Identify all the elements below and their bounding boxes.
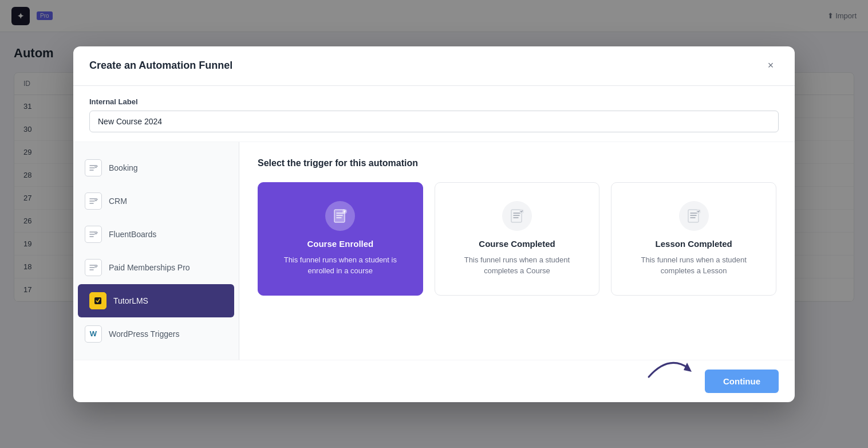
course-completed-icon bbox=[502, 201, 532, 231]
sidebar-item-booking[interactable]: Booking bbox=[73, 151, 239, 184]
sidebar-label-wordpress: WordPress Triggers bbox=[109, 329, 179, 339]
fluentboards-icon bbox=[85, 226, 102, 243]
trigger-sidebar: Booking CRM bbox=[73, 142, 239, 360]
sidebar-item-tutorlms[interactable]: TutorLMS bbox=[78, 284, 234, 317]
sidebar-label-fluentboards: FluentBoards bbox=[109, 230, 156, 239]
trigger-heading: Select the trigger for this automation bbox=[258, 158, 776, 168]
lesson-completed-title: Lesson Completed bbox=[656, 239, 732, 249]
trigger-card-course-enrolled[interactable]: Course Enrolled This funnel runs when a … bbox=[258, 182, 423, 296]
course-completed-desc: This funnel runs when a student complete… bbox=[449, 254, 586, 277]
sidebar-item-wordpress[interactable]: W WordPress Triggers bbox=[73, 317, 239, 351]
trigger-selection-area: Select the trigger for this automation bbox=[239, 142, 795, 360]
sidebar-item-fluentboards[interactable]: FluentBoards bbox=[73, 218, 239, 251]
sidebar-label-paid-memberships: Paid Memberships Pro bbox=[109, 263, 190, 272]
tutorlms-icon bbox=[89, 292, 106, 309]
internal-label-section: Internal Label bbox=[73, 86, 795, 142]
modal-title: Create an Automation Funnel bbox=[89, 60, 232, 72]
sidebar-item-paid-memberships[interactable]: Paid Memberships Pro bbox=[73, 251, 239, 284]
internal-label-text: Internal Label bbox=[89, 97, 779, 106]
course-enrolled-desc: This funnel runs when a student is enrol… bbox=[272, 254, 409, 277]
lesson-completed-icon bbox=[679, 201, 709, 231]
lesson-completed-desc: This funnel runs when a student complete… bbox=[625, 254, 762, 277]
trigger-card-lesson-completed[interactable]: Lesson Completed This funnel runs when a… bbox=[611, 182, 776, 296]
wordpress-icon: W bbox=[85, 325, 102, 343]
course-enrolled-icon bbox=[325, 201, 355, 231]
modal-body: Booking CRM bbox=[73, 142, 795, 360]
course-completed-title: Course Completed bbox=[479, 239, 555, 249]
close-button[interactable]: × bbox=[763, 58, 779, 74]
svg-rect-0 bbox=[94, 297, 101, 304]
modal-header: Create an Automation Funnel × bbox=[73, 46, 795, 86]
crm-icon bbox=[85, 192, 102, 210]
trigger-card-course-completed[interactable]: Course Completed This funnel runs when a… bbox=[435, 182, 600, 296]
course-enrolled-title: Course Enrolled bbox=[307, 239, 373, 249]
sidebar-label-crm: CRM bbox=[109, 197, 127, 206]
modal-overlay: Create an Automation Funnel × Internal L… bbox=[0, 0, 868, 448]
svg-marker-7 bbox=[684, 363, 692, 372]
modal-footer: Continue bbox=[73, 360, 795, 402]
continue-button[interactable]: Continue bbox=[705, 370, 779, 393]
booking-icon bbox=[85, 159, 102, 176]
internal-label-input[interactable] bbox=[89, 111, 779, 132]
sidebar-item-crm[interactable]: CRM bbox=[73, 184, 239, 218]
trigger-cards-container: Course Enrolled This funnel runs when a … bbox=[258, 182, 776, 296]
paid-memberships-icon bbox=[85, 259, 102, 276]
sidebar-label-tutorlms: TutorLMS bbox=[113, 296, 148, 305]
arrow-decoration bbox=[646, 351, 697, 385]
create-automation-modal: Create an Automation Funnel × Internal L… bbox=[73, 46, 795, 402]
sidebar-label-booking: Booking bbox=[109, 163, 138, 172]
